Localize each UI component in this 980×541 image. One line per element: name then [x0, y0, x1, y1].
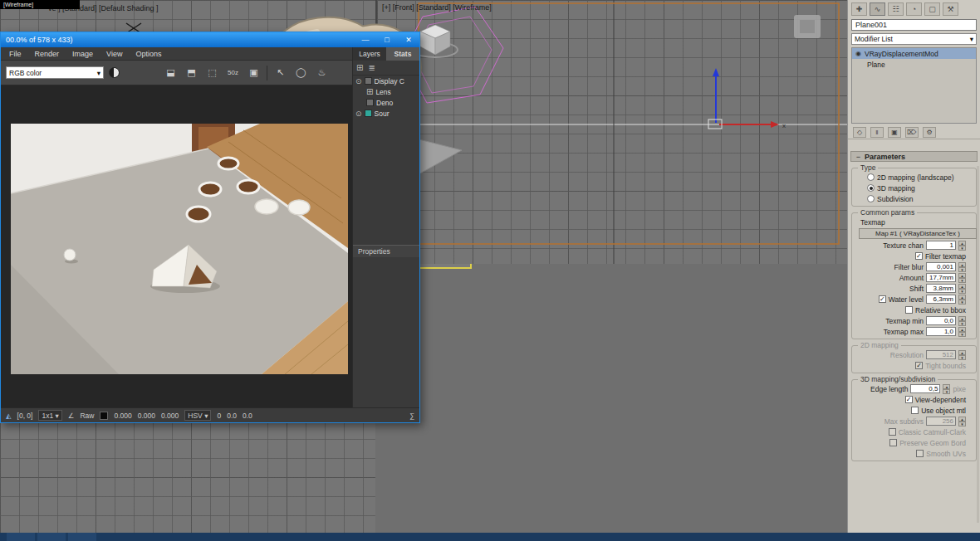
texture-chan-input[interactable]: 1 [926, 241, 956, 250]
menu-view[interactable]: View [106, 50, 122, 58]
add-layer-icon[interactable]: ⊞ [356, 63, 363, 72]
view-dependent-checkbox[interactable] [905, 396, 913, 403]
srgb-toggle-icon[interactable] [109, 67, 120, 78]
tab-create-icon[interactable]: ✚ [851, 2, 867, 16]
vray-frame-buffer-window[interactable]: 00.0% of 578 x 433) — □ ✕ File Render Im… [0, 32, 420, 423]
shift-spinner[interactable]: ▴▾ [958, 284, 966, 294]
object-name-field[interactable]: Plane001 [851, 19, 977, 31]
edge-length-input[interactable]: 0,5 [910, 384, 940, 393]
maximize-button[interactable]: □ [376, 32, 398, 47]
hole [238, 180, 259, 193]
curves-icon[interactable]: ∑ [409, 412, 414, 420]
panel-scrollbar[interactable] [977, 166, 979, 523]
texmap-label: Texmap [860, 218, 885, 227]
zoom-50-icon[interactable]: 50z [225, 65, 241, 80]
pin-stack-icon[interactable]: ◇ [853, 127, 866, 138]
viewport-top-left-label[interactable]: [Wireframe] [0, 0, 80, 9]
layer-row[interactable]: Deno [353, 97, 419, 108]
menu-file[interactable]: File [9, 50, 22, 58]
save-all-channels-icon[interactable]: ⬒ [184, 65, 199, 80]
configure-modifier-icon[interactable]: ⚙ [923, 127, 936, 138]
edge-length-spinner[interactable]: ▴▾ [943, 384, 950, 394]
vfb-canvas[interactable] [1, 85, 353, 409]
water-level-checkbox[interactable] [879, 295, 886, 303]
tab-hierarchy-icon[interactable]: ☷ [888, 2, 904, 16]
region-render-icon[interactable]: ⬚ [204, 65, 220, 80]
amount-input[interactable]: 17,7mm [926, 273, 956, 282]
tab-modify-icon[interactable]: ∿ [870, 2, 885, 16]
tight-bounds-checkbox [915, 362, 923, 369]
duplicate-buffer-icon[interactable]: ▣ [246, 65, 262, 80]
amount-spinner[interactable]: ▴▾ [958, 273, 966, 283]
chevron-down-icon: ▾ [97, 69, 100, 77]
properties-section-header[interactable]: Properties [353, 245, 419, 257]
show-end-result-icon[interactable]: ‖ [870, 127, 884, 138]
region-select-icon[interactable]: ◯ [293, 65, 309, 80]
parameters-rollout-header[interactable]: −Parameters [850, 151, 978, 162]
modifier-stack-row[interactable]: Plane [852, 59, 976, 70]
follow-mouse-icon[interactable]: ↖ [272, 65, 288, 80]
menu-image[interactable]: Image [72, 50, 93, 58]
modifier-stack-row[interactable]: ◉ VRayDisplacementMod [852, 48, 976, 59]
vfb-statusbar: ◭ [0, 0] 1x1 ▾ ∠ Raw 0.000 0.000 0.000 H… [1, 407, 419, 422]
radio-row[interactable]: Subdivision [852, 193, 976, 204]
remove-modifier-icon[interactable]: ⌦ [905, 127, 919, 138]
layer-options-icon[interactable]: ≣ [368, 63, 375, 72]
layer-row[interactable]: ⊞ Lens [353, 86, 419, 97]
hole [199, 183, 221, 196]
filter-texmap-checkbox[interactable] [915, 252, 923, 260]
tab-layers[interactable]: Layers [353, 47, 386, 61]
layer-row[interactable]: ⊙ Sour [353, 108, 419, 119]
radio-subdivision[interactable] [867, 195, 875, 202]
taskbar-item[interactable] [68, 533, 96, 541]
cursor-coords: [0, 0] [17, 412, 33, 420]
radio-3d-mapping[interactable] [867, 184, 875, 192]
texmap-max-spinner[interactable]: ▴▾ [958, 327, 966, 337]
tab-display-icon[interactable]: ▢ [924, 2, 940, 16]
clear-image-icon[interactable]: ♨ [314, 65, 330, 80]
menu-options[interactable]: Options [135, 50, 161, 58]
water-level-input[interactable]: 6,3mm [926, 295, 956, 304]
layer-row[interactable]: ⊙ Display C [353, 76, 419, 86]
filter-blur-input[interactable]: 0,001 [926, 262, 956, 271]
water-level-spinner[interactable]: ▴▾ [958, 295, 966, 305]
tab-stats[interactable]: Stats [386, 47, 419, 61]
visibility-eye-icon[interactable]: ⊙ [355, 77, 362, 85]
menu-render[interactable]: Render [35, 50, 60, 58]
radio-2d-mapping[interactable] [867, 173, 875, 181]
radio-row[interactable]: 2D mapping (landscape) [852, 172, 976, 183]
relative-bbox-checkbox[interactable] [905, 306, 913, 314]
taskbar-item[interactable] [7, 533, 35, 541]
resolution-input: 512 [926, 350, 956, 359]
tab-utilities-icon[interactable]: ⚒ [943, 2, 958, 16]
close-button[interactable]: ✕ [398, 32, 419, 47]
use-object-mtl-checkbox[interactable] [911, 407, 919, 414]
make-unique-icon[interactable]: ▣ [888, 127, 901, 138]
texmap-max-input[interactable]: 1,0 [926, 327, 956, 336]
vfb-titlebar[interactable]: 00.0% of 578 x 433) — □ ✕ [1, 32, 419, 47]
shift-input[interactable]: 3,8mm [926, 284, 956, 293]
viewcube-front-face[interactable] [800, 20, 815, 33]
shift-label: Shift [909, 285, 924, 293]
texmap-min-spinner[interactable]: ▴▾ [958, 316, 966, 326]
modifier-list-dropdown[interactable]: Modifier List▾ [851, 33, 977, 45]
expand-icon[interactable]: ⊞ [366, 87, 373, 96]
rendered-image[interactable] [11, 124, 348, 374]
taskbar-item[interactable] [37, 533, 66, 541]
channel-dropdown[interactable]: RGB color ▾ [6, 66, 104, 79]
visibility-eye-icon[interactable]: ⊙ [355, 110, 362, 118]
taskbar[interactable] [0, 533, 980, 541]
radio-row[interactable]: 3D mapping [852, 183, 976, 193]
zoom-dropdown[interactable]: 1x1 ▾ [38, 410, 61, 421]
save-image-icon[interactable]: ⬓ [163, 65, 179, 80]
texmap-min-input[interactable]: 0,0 [926, 316, 956, 325]
tab-motion-icon[interactable]: ◔ [906, 2, 922, 16]
viewport-front-label[interactable]: [+] [Front] [Standard] [Wireframe] [382, 3, 492, 12]
texture-chan-spinner[interactable]: ▴▾ [958, 241, 966, 251]
texmap-button[interactable]: Map #1 ( VRayDistanceTex ) [859, 228, 977, 239]
colorspace-dropdown[interactable]: HSV ▾ [184, 410, 211, 421]
filter-blur-spinner[interactable]: ▴▾ [958, 262, 966, 272]
mapping-3d-title: 3D mapping/subdivision [858, 375, 938, 383]
minimize-button[interactable]: — [355, 32, 376, 47]
modifier-visibility-icon[interactable]: ◉ [855, 50, 861, 57]
